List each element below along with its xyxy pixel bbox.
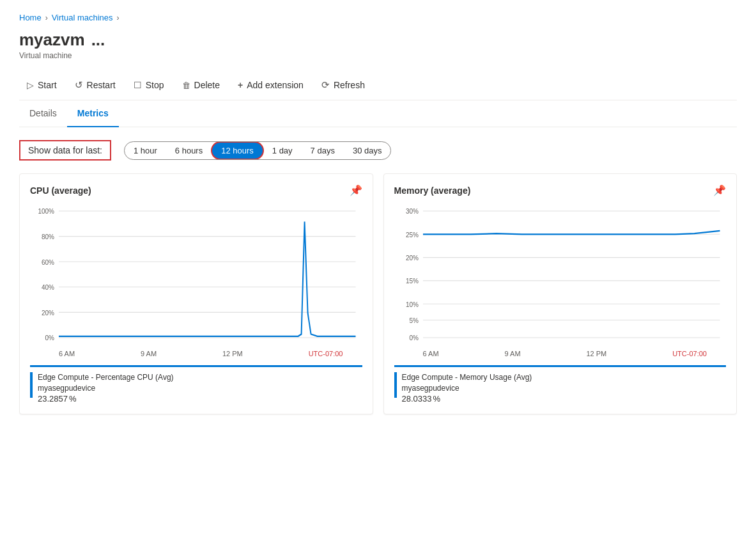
delete-button[interactable]: 🗑 Delete	[174, 76, 228, 94]
svg-text:5%: 5%	[409, 316, 418, 324]
breadcrumb: Home › Virtual machines ›	[19, 13, 737, 22]
memory-chart-area: 30% 25% 20% 15% 10% 5% 0%	[394, 204, 727, 345]
cpu-chart-svg: 100% 80% 60% 40% 20% 0%	[30, 204, 362, 345]
tab-metrics[interactable]: Metrics	[67, 100, 119, 127]
memory-legend-unit: %	[433, 394, 441, 404]
start-button[interactable]: ▷ Start	[19, 76, 65, 94]
svg-text:25%: 25%	[405, 230, 418, 239]
restart-button[interactable]: ↺ Restart	[67, 75, 123, 95]
memory-x-axis: 6 AM 9 AM 12 PM UTC-07:00	[394, 350, 727, 357]
add-icon: +	[238, 80, 243, 90]
svg-text:0%: 0%	[409, 334, 418, 342]
breadcrumb-sep2: ›	[117, 13, 120, 22]
svg-text:100%: 100%	[38, 207, 54, 216]
memory-x-label-1: 9 AM	[504, 350, 520, 357]
start-icon: ▷	[27, 80, 34, 90]
memory-legend-device: myasegpudevice	[402, 383, 532, 394]
time-7days[interactable]: 7 days	[302, 143, 344, 159]
toolbar: ▷ Start ↺ Restart ☐ Stop 🗑 Delete + Add …	[19, 70, 737, 100]
time-6hours[interactable]: 6 hours	[166, 143, 212, 159]
memory-x-label-3: UTC-07:00	[672, 350, 707, 357]
memory-x-label-2: 12 PM	[586, 350, 606, 357]
add-extension-label: Add extension	[247, 80, 304, 90]
memory-pin-icon[interactable]: 📌	[713, 184, 726, 196]
breadcrumb-vms[interactable]: Virtual machines	[52, 13, 113, 22]
breadcrumb-home[interactable]: Home	[19, 13, 42, 22]
tabs: Details Metrics	[19, 100, 737, 127]
breadcrumb-sep1: ›	[45, 13, 48, 22]
svg-text:10%: 10%	[405, 300, 418, 308]
cpu-legend-color	[30, 372, 33, 398]
cpu-legend-device: myasegpudevice	[38, 383, 174, 394]
delete-icon: 🗑	[182, 81, 190, 90]
time-1day[interactable]: 1 day	[263, 143, 302, 159]
cpu-chart-card: CPU (average) 📌 100% 80% 60% 40%	[19, 173, 373, 414]
charts-row: CPU (average) 📌 100% 80% 60% 40%	[19, 173, 737, 414]
metrics-toolbar: Show data for last: 1 hour 6 hours 12 ho…	[19, 140, 737, 161]
memory-chart-title: Memory (average)	[394, 185, 471, 196]
page-subtitle: Virtual machine	[19, 51, 737, 60]
cpu-x-axis: 6 AM 9 AM 12 PM UTC-07:00	[30, 350, 362, 357]
memory-legend-value: 28.0333%	[402, 394, 532, 404]
time-12hours[interactable]: 12 hours	[211, 141, 264, 160]
memory-legend-name: Edge Compute - Memory Usage (Avg)	[402, 372, 532, 383]
cpu-x-label-2: 12 PM	[222, 350, 243, 357]
time-selector: 1 hour 6 hours 12 hours 1 day 7 days 30 …	[124, 141, 392, 160]
memory-x-label-0: 6 AM	[423, 350, 439, 357]
delete-label: Delete	[194, 80, 220, 90]
memory-chart-card: Memory (average) 📌 30% 25% 20%	[383, 173, 737, 414]
cpu-legend-value: 23.2857%	[38, 394, 174, 404]
tab-details[interactable]: Details	[19, 100, 67, 127]
restart-icon: ↺	[75, 79, 83, 91]
cpu-pin-icon[interactable]: 📌	[350, 184, 362, 196]
stop-label: Stop	[146, 80, 164, 90]
start-label: Start	[38, 80, 57, 90]
svg-text:20%: 20%	[42, 308, 54, 317]
refresh-label: Refresh	[334, 80, 365, 90]
cpu-chart-title: CPU (average)	[30, 185, 91, 196]
memory-legend-color	[394, 372, 397, 398]
page-title: myazvm	[19, 30, 85, 50]
refresh-button[interactable]: ⟳ Refresh	[314, 75, 373, 95]
cpu-legend: Edge Compute - Percentage CPU (Avg) myas…	[30, 365, 362, 404]
refresh-icon: ⟳	[321, 79, 330, 91]
svg-text:40%: 40%	[42, 283, 54, 292]
cpu-legend-name: Edge Compute - Percentage CPU (Avg)	[38, 372, 174, 383]
restart-label: Restart	[87, 80, 116, 90]
time-1hour[interactable]: 1 hour	[125, 143, 166, 159]
show-data-label: Show data for last:	[19, 140, 111, 161]
svg-text:0%: 0%	[45, 334, 54, 342]
cpu-x-label-0: 6 AM	[59, 350, 75, 357]
page-menu-ellipsis[interactable]: ...	[91, 30, 105, 50]
cpu-x-label-1: 9 AM	[141, 350, 157, 357]
stop-icon: ☐	[134, 80, 142, 90]
svg-text:15%: 15%	[405, 277, 418, 285]
svg-text:80%: 80%	[42, 233, 54, 241]
cpu-legend-unit: %	[69, 394, 77, 404]
memory-legend: Edge Compute - Memory Usage (Avg) myaseg…	[394, 365, 727, 404]
time-30days[interactable]: 30 days	[344, 143, 391, 159]
svg-text:20%: 20%	[405, 254, 418, 262]
add-extension-button[interactable]: + Add extension	[230, 76, 311, 94]
svg-text:60%: 60%	[42, 258, 54, 266]
cpu-chart-area: 100% 80% 60% 40% 20% 0%	[30, 204, 362, 345]
memory-chart-svg: 30% 25% 20% 15% 10% 5% 0%	[394, 204, 727, 345]
cpu-x-label-3: UTC-07:00	[309, 350, 343, 357]
stop-button[interactable]: ☐ Stop	[126, 76, 172, 94]
svg-text:30%: 30%	[405, 207, 418, 216]
